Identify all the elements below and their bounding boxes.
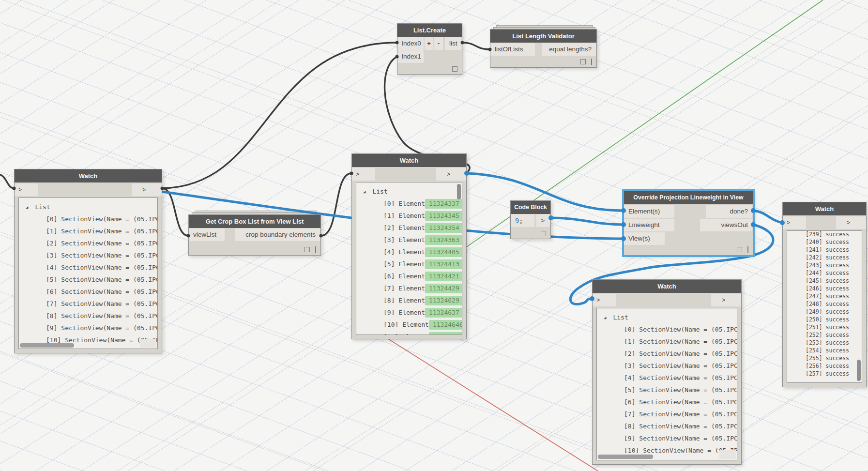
list-item: [1] SectionView(Name = (05.IPC.05 bbox=[597, 335, 737, 348]
expander-icon[interactable]: ◢ bbox=[363, 186, 365, 198]
port-done-output[interactable]: done? bbox=[706, 205, 752, 218]
list-item: [242] success bbox=[787, 254, 862, 261]
element-label: [10] Element bbox=[383, 319, 429, 331]
remove-input-button[interactable]: - bbox=[434, 37, 443, 50]
expander-icon[interactable]: ◢ bbox=[604, 312, 606, 324]
node-title: List.Create bbox=[397, 24, 462, 37]
pin-lever-icon[interactable] bbox=[315, 246, 317, 253]
port-elements-input[interactable]: Element(s) bbox=[624, 205, 674, 218]
list-item: [249] success bbox=[787, 308, 862, 316]
element-id-badge: 11324655 bbox=[429, 332, 462, 335]
element-label: [5] Element bbox=[383, 258, 425, 270]
list-item: [243] success bbox=[787, 261, 862, 269]
list-item: [251] success bbox=[787, 323, 862, 331]
list-item: [257] success bbox=[787, 370, 862, 378]
horizontal-scrollbar[interactable] bbox=[598, 455, 717, 459]
node-title: Get Crop Box List from View List bbox=[189, 215, 320, 228]
list-root-row[interactable]: ◢List bbox=[356, 185, 462, 198]
node-watch-left[interactable]: Watch > > ◢List [0] SectionView(Name = (… bbox=[14, 169, 162, 353]
port-index0-input[interactable]: index0 bbox=[397, 37, 424, 50]
watch-data-preview: [239] success[240] success[241] success[… bbox=[787, 230, 862, 383]
preview-checkbox[interactable] bbox=[580, 59, 586, 64]
watch-input-port[interactable]: > bbox=[783, 216, 806, 229]
wire-listcreate-to-validator[interactable] bbox=[462, 43, 490, 49]
node-override-projection-lineweight[interactable]: Override Projection Lineweight in View E… bbox=[624, 191, 753, 256]
port-listoflists-input[interactable]: listOfLists bbox=[490, 43, 535, 56]
node-get-crop-box[interactable]: Get Crop Box List from View List viewLis… bbox=[188, 214, 321, 256]
node-watch-right[interactable]: Watch > > [239] success[240] success[241… bbox=[782, 202, 867, 387]
list-item: [3] SectionView(Name = (05.IPC.05 bbox=[19, 249, 157, 261]
element-id-badge: 11324363 bbox=[425, 235, 462, 245]
list-item: [254] success bbox=[787, 347, 862, 354]
list-item: [6] Element 11324421 bbox=[356, 270, 462, 282]
port-crop-boundary-output[interactable]: crop boundary elements bbox=[235, 228, 320, 241]
element-id-badge: 11324354 bbox=[425, 223, 462, 233]
add-input-button[interactable]: + bbox=[425, 37, 433, 50]
horizontal-scrollbar[interactable] bbox=[20, 343, 138, 348]
preview-checkbox[interactable] bbox=[452, 66, 457, 72]
watch-input-port[interactable]: > bbox=[15, 183, 38, 196]
list-item: [11] Element 11324655 bbox=[356, 331, 462, 335]
watch-output-port[interactable]: > bbox=[132, 183, 162, 196]
list-item: [253] success bbox=[787, 339, 862, 347]
preview-checkbox[interactable] bbox=[541, 231, 546, 236]
node-watch-bottom[interactable]: Watch > > ◢List [0] SectionView(Name = (… bbox=[592, 279, 742, 465]
watch-output-port[interactable]: > bbox=[836, 216, 866, 229]
element-label: [11] Element bbox=[383, 331, 429, 335]
list-root-row[interactable]: ◢List bbox=[19, 201, 157, 213]
list-item: [241] success bbox=[787, 246, 862, 254]
watch-input-port[interactable]: > bbox=[593, 294, 616, 306]
list-item: [7] SectionView(Name = (05.IPC.06 bbox=[19, 298, 157, 310]
scrollbar-thumb[interactable] bbox=[20, 343, 74, 348]
element-label: [6] Element bbox=[383, 270, 425, 282]
list-item: [6] SectionView(Name = (05.IPC.06 bbox=[19, 286, 157, 298]
dynamo-canvas[interactable]: { "canvas": { "colors": { "wire_black": … bbox=[0, 0, 868, 471]
vertical-scrollbar-thumb[interactable] bbox=[857, 360, 861, 381]
port-equal-lengths-output[interactable]: equal lengths? bbox=[542, 43, 596, 56]
scrollbar-thumb[interactable] bbox=[598, 455, 653, 459]
wire-offscreen-to-watch-left[interactable] bbox=[0, 174, 14, 188]
node-code-block[interactable]: Code Block 9; > bbox=[510, 200, 551, 239]
list-item: [9] Element 11324637 bbox=[356, 306, 462, 319]
list-item: [0] SectionView(Name = (05.IPC.05 bbox=[597, 323, 737, 335]
node-watch-middle[interactable]: Watch > > ◢List [0] Element 11324337 [1]… bbox=[351, 153, 467, 339]
port-lineweight-input[interactable]: Lineweight bbox=[624, 219, 674, 231]
list-item: [5] SectionView(Name = (05.IPC.06 bbox=[597, 384, 737, 396]
preview-checkbox[interactable] bbox=[305, 247, 310, 252]
port-index1-input[interactable]: index1 bbox=[397, 50, 424, 63]
preview-checkbox[interactable] bbox=[737, 247, 742, 252]
node-title: Watch bbox=[783, 202, 866, 215]
watch-data-preview: ◢List [0] SectionView(Name = (05.IPC.05[… bbox=[18, 198, 158, 349]
wire-cropbox-to-watchmid[interactable] bbox=[321, 173, 351, 236]
list-root-row[interactable]: ◢List bbox=[597, 311, 737, 323]
element-label: [8] Element bbox=[383, 294, 425, 306]
element-id-badge: 11324429 bbox=[425, 284, 462, 293]
wire-codeblock-to-lineweight[interactable] bbox=[551, 218, 624, 225]
node-list-create[interactable]: List.Create index0 + - list index1 bbox=[397, 23, 462, 75]
node-title: Override Projection Lineweight in View bbox=[624, 191, 753, 204]
port-viewlist-input[interactable]: viewList bbox=[189, 228, 225, 241]
port-viewsout-output[interactable]: viewsOut bbox=[700, 219, 752, 231]
node-title: Watch bbox=[352, 154, 466, 167]
list-item: [247] success bbox=[787, 292, 862, 300]
watch-input-port[interactable]: > bbox=[352, 168, 375, 181]
code-block-editor[interactable]: 9; bbox=[511, 214, 534, 227]
port-views-input[interactable]: View(s) bbox=[624, 232, 665, 245]
expander-icon[interactable]: ◢ bbox=[26, 201, 28, 213]
port-list-output[interactable]: list bbox=[445, 37, 461, 50]
element-id-badge: 11324637 bbox=[425, 308, 462, 318]
list-item: [240] success bbox=[787, 238, 862, 246]
node-list-length-validator[interactable]: List Length Validator listOfLists equal … bbox=[490, 29, 597, 68]
watch-output-port[interactable]: > bbox=[711, 294, 741, 306]
list-item: [10] Element 11324646 bbox=[356, 319, 462, 331]
pin-lever-icon[interactable] bbox=[591, 59, 593, 65]
watch-output-port[interactable]: > bbox=[436, 168, 466, 181]
list-item: [0] SectionView(Name = (05.IPC.05 bbox=[19, 213, 157, 225]
wire-done-to-watchright[interactable] bbox=[753, 211, 782, 223]
watch-data-preview: ◢List [0] Element 11324337 [1] Element 1… bbox=[356, 182, 462, 335]
list-item: [7] Element 11324429 bbox=[356, 282, 462, 294]
pin-lever-icon[interactable] bbox=[747, 246, 749, 253]
element-id-badge: 11324421 bbox=[425, 272, 462, 281]
code-block-output-port[interactable]: > bbox=[536, 214, 550, 227]
vertical-scrollbar-thumb[interactable] bbox=[457, 184, 461, 199]
